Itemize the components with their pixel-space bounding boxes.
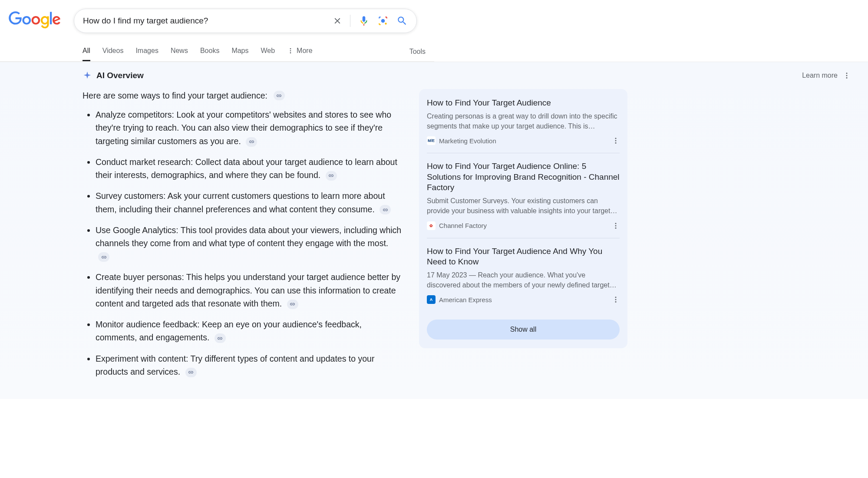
- source-card[interactable]: How to Find Your Target Audience And Why…: [427, 246, 620, 312]
- source-title: How to Find Your Target Audience Online:…: [427, 161, 620, 193]
- tab-web[interactable]: Web: [261, 42, 275, 61]
- tools-button[interactable]: Tools: [409, 43, 426, 61]
- show-all-button[interactable]: Show all: [427, 320, 620, 340]
- sources-panel: How to Find Your Target AudienceCreating…: [419, 89, 627, 348]
- svg-point-13: [615, 227, 617, 228]
- google-logo[interactable]: [9, 11, 61, 31]
- tab-books[interactable]: Books: [200, 42, 219, 61]
- search-input[interactable]: [83, 16, 333, 26]
- svg-point-5: [846, 73, 848, 74]
- citation-link-icon[interactable]: [246, 137, 257, 147]
- ai-overview-text: Here are some ways to find your target a…: [83, 89, 404, 386]
- citation-link-icon[interactable]: [380, 205, 391, 214]
- svg-point-2: [290, 48, 291, 49]
- more-options-icon[interactable]: [612, 222, 620, 230]
- favicon-icon: M/E: [427, 136, 436, 145]
- ai-bullet: Analyze competitors: Look at your compet…: [96, 108, 404, 148]
- svg-point-10: [615, 142, 617, 144]
- source-name: AAmerican Express: [427, 295, 492, 304]
- source-snippet: Submit Customer Surveys. Your existing c…: [427, 196, 620, 216]
- source-title: How to Find Your Target Audience: [427, 98, 620, 109]
- svg-point-15: [615, 299, 617, 300]
- tab-images[interactable]: Images: [135, 42, 158, 61]
- citation-link-icon[interactable]: [98, 252, 109, 262]
- source-name: ✿Channel Factory: [427, 221, 487, 230]
- tab-more[interactable]: More: [287, 42, 312, 61]
- svg-point-1: [385, 23, 386, 24]
- ai-bullet: Create buyer personas: This helps you un…: [96, 270, 404, 310]
- svg-point-7: [846, 77, 848, 79]
- source-snippet: Creating personas is a great way to dril…: [427, 111, 620, 131]
- source-snippet: 17 May 2023 — Reach your audience. What …: [427, 270, 620, 290]
- ai-intro: Here are some ways to find your target a…: [83, 89, 267, 102]
- search-bar: [74, 9, 417, 33]
- favicon-icon: A: [427, 295, 436, 304]
- mic-icon[interactable]: [358, 15, 370, 26]
- more-options-icon[interactable]: [612, 137, 620, 145]
- ai-bullet: Use Google Analytics: This tool provides…: [96, 224, 404, 263]
- citation-link-icon[interactable]: [185, 368, 197, 377]
- learn-more-link[interactable]: Learn more: [802, 72, 838, 79]
- svg-point-0: [381, 19, 385, 23]
- source-title: How to Find Your Target Audience And Why…: [427, 246, 620, 267]
- svg-point-6: [846, 75, 848, 76]
- search-icon[interactable]: [396, 15, 408, 26]
- ai-bullet: Experiment with content: Try different t…: [96, 352, 404, 378]
- ai-bullet: Conduct market research: Collect data ab…: [96, 155, 404, 181]
- citation-link-icon[interactable]: [287, 300, 298, 309]
- svg-point-12: [615, 225, 617, 226]
- lens-icon[interactable]: [377, 15, 389, 26]
- ai-overview-label: AI Overview: [83, 71, 144, 80]
- tab-news[interactable]: News: [171, 42, 188, 61]
- sparkle-icon: [83, 71, 92, 80]
- ai-bullet: Monitor audience feedback: Keep an eye o…: [96, 318, 404, 344]
- svg-point-3: [290, 50, 291, 52]
- svg-point-8: [615, 138, 617, 139]
- svg-point-9: [615, 140, 617, 142]
- citation-link-icon[interactable]: [274, 91, 285, 100]
- svg-point-11: [615, 223, 617, 224]
- citation-link-icon[interactable]: [215, 333, 226, 343]
- tab-more-label: More: [297, 47, 312, 55]
- citation-link-icon[interactable]: [326, 171, 337, 181]
- tab-all[interactable]: All: [83, 42, 90, 61]
- more-options-icon[interactable]: [612, 296, 620, 303]
- ai-bullet: Survey customers: Ask your current custo…: [96, 189, 404, 215]
- svg-point-16: [615, 301, 617, 303]
- source-card[interactable]: How to Find Your Target AudienceCreating…: [427, 98, 620, 153]
- more-options-icon[interactable]: [843, 72, 851, 79]
- svg-point-14: [615, 297, 617, 298]
- tab-videos[interactable]: Videos: [102, 42, 124, 61]
- clear-icon[interactable]: [333, 16, 342, 26]
- svg-point-4: [290, 52, 291, 53]
- favicon-icon: ✿: [427, 221, 436, 230]
- tab-maps[interactable]: Maps: [231, 42, 248, 61]
- source-card[interactable]: How to Find Your Target Audience Online:…: [427, 161, 620, 238]
- source-name: M/EMarketing Evolution: [427, 136, 496, 145]
